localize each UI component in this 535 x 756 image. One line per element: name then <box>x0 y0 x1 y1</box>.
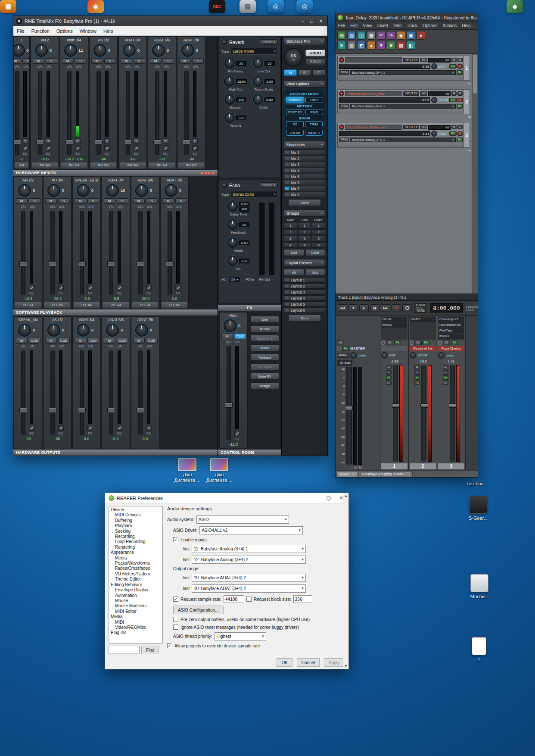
strip-name[interactable]: Picture of the <box>410 346 436 351</box>
output-assignment[interactable]: PH 3/4 <box>15 302 41 308</box>
settings-icon[interactable] <box>192 145 198 151</box>
solo-button[interactable]: S <box>146 198 158 204</box>
control-room-button[interactable]: Talkback <box>250 354 279 361</box>
last-output-select[interactable]: 10: Babyface ADAT (3+4) 2 <box>192 584 306 593</box>
pan-knob[interactable] <box>431 63 437 69</box>
trim-button[interactable]: TR <box>414 381 420 385</box>
layout-preset-item[interactable]: Layout 1 <box>284 277 325 283</box>
settings-icon[interactable] <box>163 145 168 151</box>
thread-priority-select[interactable]: Highest <box>215 632 266 640</box>
mute-button[interactable]: M <box>16 198 28 204</box>
menu-item[interactable]: Track <box>404 23 420 28</box>
mute-button[interactable]: M <box>386 365 392 369</box>
fx-knob[interactable] <box>224 58 235 69</box>
fader-handle[interactable] <box>65 140 73 145</box>
snapshot-item[interactable]: Mix 1 <box>284 150 325 155</box>
group-button[interactable]: 4 <box>312 242 325 248</box>
echo-enable-icon[interactable] <box>221 182 227 188</box>
pan-knob[interactable] <box>350 352 357 359</box>
preferences-category[interactable]: MIDI <box>110 620 156 625</box>
fader-handle[interactable] <box>183 140 190 145</box>
preferences-category[interactable]: Loop Recording <box>110 539 156 544</box>
fader-handle[interactable] <box>153 140 161 145</box>
desktop-item[interactable]: Мосби... <box>464 574 495 599</box>
preferences-category[interactable]: Recording <box>110 534 156 539</box>
solo-button[interactable]: S <box>87 198 99 204</box>
request-block-size-checkbox[interactable] <box>246 597 252 602</box>
toolbar-button[interactable]: ◆ <box>397 31 405 40</box>
layout-preset-item[interactable]: Layout 2 <box>284 283 325 289</box>
toolbar-button[interactable]: ◫ <box>357 31 366 40</box>
menu-item[interactable]: Insert <box>375 23 391 28</box>
channel-fader[interactable] <box>50 211 55 295</box>
allow-override-checkbox[interactable] <box>167 643 172 648</box>
main-fader[interactable] <box>227 346 231 440</box>
preferences-category[interactable]: MIDI Editor <box>110 609 156 614</box>
minimize-button[interactable]: – <box>302 19 304 24</box>
power-icon[interactable] <box>381 341 385 345</box>
reaper-titlebar[interactable]: Tape Delay_2020 [modified] - REAPER v4.3… <box>336 13 478 22</box>
group-button[interactable]: 3 <box>312 236 325 241</box>
io-button[interactable]: I/O <box>420 91 427 96</box>
channel-fader[interactable] <box>21 350 25 435</box>
strip-fader[interactable] <box>450 365 455 462</box>
preferences-category[interactable]: Video/REX/Misc <box>110 625 156 630</box>
record-arm-button[interactable] <box>339 57 344 62</box>
input-select[interactable]: Babyface Analog (3+4) 1▾ <box>350 104 456 109</box>
trim-button[interactable]: TR <box>443 381 448 385</box>
scrollbar-thumb[interactable] <box>473 55 477 94</box>
toolbar-button[interactable]: ▨ <box>347 31 356 40</box>
fader-handle[interactable] <box>166 261 174 266</box>
maximize-button[interactable]: □ <box>310 19 313 24</box>
layout-preset-item[interactable]: Layout 3 <box>284 289 325 295</box>
gain-knob[interactable] <box>135 184 148 197</box>
menu-item[interactable]: Help <box>100 28 117 34</box>
show-option-button[interactable]: 2ROW <box>286 130 304 136</box>
trim-button[interactable]: T <box>75 138 81 144</box>
settings-icon[interactable] <box>146 425 152 431</box>
pan-knob[interactable] <box>381 352 388 359</box>
channel-fader[interactable] <box>67 71 72 155</box>
preferences-category[interactable]: Appearance <box>110 550 156 555</box>
fader-handle[interactable] <box>392 403 400 408</box>
preferences-category[interactable]: VU Meters/Faders <box>110 572 156 577</box>
group-button[interactable]: 1 <box>298 223 311 228</box>
trim-button[interactable]: T <box>163 138 168 144</box>
preferences-category[interactable]: Automation <box>110 593 156 598</box>
fx-knob[interactable] <box>253 76 263 87</box>
group-button[interactable]: 2 <box>284 229 297 235</box>
first-output-select[interactable]: 10: Babyface ADAT (3+4) 2 <box>192 574 306 582</box>
block-size-input[interactable] <box>293 595 312 603</box>
layer-button[interactable]: S <box>298 69 311 76</box>
power-icon[interactable] <box>438 341 442 345</box>
track-panel[interactable]: Picture of the moon_final INPUT FX I/O -… <box>337 89 470 114</box>
fx-knob[interactable] <box>253 58 263 69</box>
group-button[interactable]: 4 <box>298 242 311 248</box>
show-option-button[interactable]: NAMES <box>305 130 323 136</box>
reverb-preset-button[interactable]: Preset▾ <box>260 39 278 45</box>
gain-knob[interactable] <box>106 324 119 337</box>
mute-button[interactable]: M <box>75 198 86 204</box>
device-select[interactable]: Babyface Pro▾ <box>284 37 325 45</box>
gain-knob[interactable] <box>35 44 48 57</box>
channel-fader[interactable] <box>96 71 101 155</box>
cue-button[interactable]: CUE <box>29 338 40 344</box>
record-arm-button[interactable] <box>339 125 344 130</box>
toolbar-button[interactable]: ▣ <box>407 31 415 40</box>
preferences-category[interactable]: Media <box>110 614 156 619</box>
transport-button[interactable]: ● <box>392 304 401 312</box>
ok-button[interactable]: OK <box>277 658 292 667</box>
track-name[interactable]: Popa Chubby - Rollin and <box>345 125 402 130</box>
fx-knob[interactable] <box>227 219 238 230</box>
output-assignment[interactable]: PH 3/4 <box>61 162 87 168</box>
channel-fader[interactable] <box>109 350 113 435</box>
pan-knob[interactable] <box>431 97 437 103</box>
volume-fader[interactable]: -19.5 <box>339 97 430 103</box>
preferences-category[interactable]: Plug-ins <box>110 630 156 635</box>
output-assignment[interactable]: PH 3/4 <box>178 162 204 168</box>
trim-button[interactable]: TRIM <box>339 70 349 75</box>
meters-option-button[interactable]: RMS <box>305 109 323 115</box>
show-option-button[interactable]: FX <box>286 121 304 127</box>
snapshots-header[interactable]: Snapshots▾ <box>284 141 325 148</box>
toolbar-button[interactable]: ▲ <box>367 41 376 50</box>
